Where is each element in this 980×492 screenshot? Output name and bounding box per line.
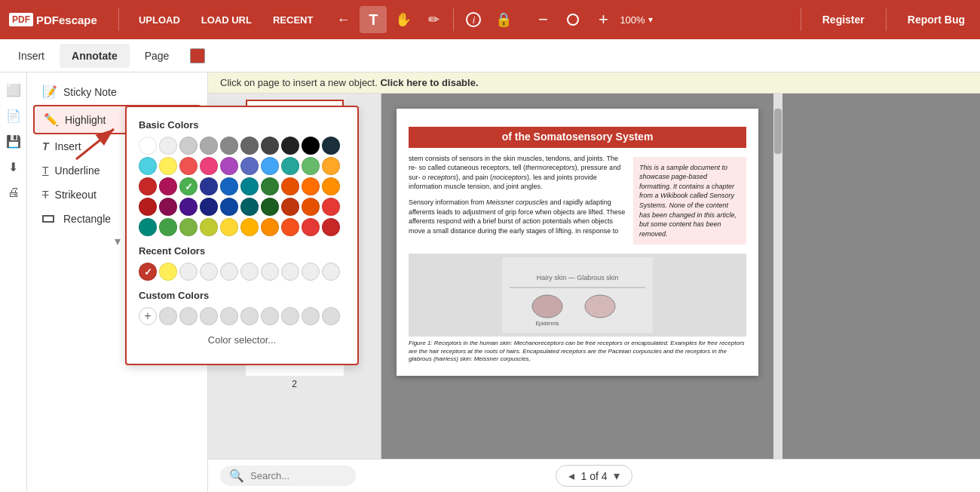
report-bug-btn[interactable]: Report Bug — [902, 14, 971, 26]
basic-color-47[interactable] — [281, 218, 299, 236]
basic-color-7[interactable] — [281, 137, 299, 155]
basic-color-43[interactable] — [200, 218, 218, 236]
recent-color-7[interactable] — [281, 263, 299, 281]
recent-color-4[interactable] — [220, 263, 238, 281]
custom-slot-7[interactable] — [281, 307, 299, 325]
basic-color-20[interactable] — [139, 177, 157, 195]
recent-color-1[interactable] — [159, 263, 177, 281]
page-prev-btn[interactable]: ◂ — [568, 469, 574, 483]
basic-color-46[interactable] — [261, 218, 279, 236]
custom-slot-9[interactable] — [322, 307, 340, 325]
basic-color-11[interactable] — [159, 157, 177, 175]
recent-color-9[interactable] — [322, 263, 340, 281]
right-scrollbar[interactable] — [773, 94, 782, 492]
basic-color-21[interactable] — [159, 177, 177, 195]
zoom-in-btn[interactable]: + — [590, 6, 617, 33]
basic-color-6[interactable] — [261, 137, 279, 155]
basic-color-25[interactable] — [240, 177, 259, 195]
custom-slot-2[interactable] — [179, 307, 198, 325]
recent-color-3[interactable] — [200, 263, 218, 281]
basic-color-8[interactable] — [302, 137, 320, 155]
basic-color-42[interactable] — [179, 218, 198, 236]
basic-color-23[interactable] — [200, 177, 218, 195]
hand-mode-btn[interactable]: ✋ — [390, 6, 417, 33]
basic-color-41[interactable] — [159, 218, 177, 236]
color-selector-btn[interactable]: Color selector... — [139, 328, 345, 352]
basic-color-35[interactable] — [240, 198, 259, 216]
pdf-pages-container[interactable]: of the Somatosensory System stem consist… — [381, 94, 773, 435]
tab-insert[interactable]: Insert — [6, 44, 57, 68]
basic-color-15[interactable] — [240, 157, 259, 175]
page-panel-btn[interactable]: 📄 — [2, 104, 25, 127]
basic-color-24[interactable] — [220, 177, 238, 195]
basic-color-2[interactable] — [179, 137, 198, 155]
save-btn[interactable]: 💾 — [2, 130, 25, 152]
tab-annotate[interactable]: Annotate — [60, 44, 130, 68]
basic-color-48[interactable] — [302, 218, 320, 236]
panel-toggle-btn[interactable]: ⬜ — [2, 78, 25, 101]
basic-color-18[interactable] — [302, 157, 320, 175]
basic-color-9[interactable] — [322, 137, 340, 155]
recent-color-8[interactable] — [302, 263, 320, 281]
basic-color-4[interactable] — [220, 137, 238, 155]
basic-color-17[interactable] — [281, 157, 299, 175]
custom-slot-4[interactable] — [220, 307, 238, 325]
basic-color-32[interactable] — [179, 198, 198, 216]
search-input[interactable] — [250, 470, 347, 481]
recent-color-5[interactable] — [240, 263, 259, 281]
basic-color-16[interactable] — [261, 157, 279, 175]
tab-page[interactable]: Page — [133, 44, 182, 68]
recent-btn[interactable]: RECENT — [268, 11, 317, 29]
basic-color-22[interactable] — [179, 177, 198, 195]
custom-slot-8[interactable] — [302, 307, 320, 325]
draw-mode-btn[interactable]: ✏ — [420, 6, 447, 33]
basic-color-30[interactable] — [139, 198, 157, 216]
basic-color-44[interactable] — [220, 218, 238, 236]
basic-color-1[interactable] — [159, 137, 177, 155]
basic-color-13[interactable] — [200, 157, 218, 175]
custom-slot-6[interactable] — [261, 307, 279, 325]
disable-link[interactable]: Click here to disable. — [380, 77, 478, 88]
basic-color-34[interactable] — [220, 198, 238, 216]
basic-color-39[interactable] — [322, 198, 340, 216]
basic-color-27[interactable] — [281, 177, 299, 195]
basic-color-33[interactable] — [200, 198, 218, 216]
scrollbar-thumb[interactable] — [774, 109, 782, 154]
zoom-dropdown-arrow[interactable]: ▾ — [648, 14, 653, 25]
basic-color-37[interactable] — [281, 198, 299, 216]
basic-color-26[interactable] — [261, 177, 279, 195]
basic-color-29[interactable] — [322, 177, 340, 195]
custom-slot-5[interactable] — [240, 307, 259, 325]
basic-color-10[interactable] — [139, 157, 157, 175]
basic-color-5[interactable] — [240, 137, 259, 155]
basic-color-0[interactable] — [139, 137, 157, 155]
basic-color-12[interactable] — [179, 157, 198, 175]
download-btn[interactable]: ⬇ — [2, 155, 25, 178]
register-btn[interactable]: Register — [816, 14, 871, 26]
basic-color-40[interactable] — [139, 218, 157, 236]
basic-color-38[interactable] — [302, 198, 320, 216]
back-btn[interactable]: ← — [329, 6, 357, 33]
info-btn[interactable]: i — [460, 6, 487, 33]
annotate-sticky-note[interactable]: 📝 Sticky Note — [33, 78, 201, 105]
basic-color-28[interactable] — [302, 177, 320, 195]
active-color-swatch[interactable] — [190, 48, 205, 63]
zoom-fit-btn[interactable] — [559, 6, 586, 33]
upload-btn[interactable]: UPLOAD — [134, 11, 185, 29]
page-next-btn[interactable]: ▾ — [614, 469, 620, 483]
zoom-out-btn[interactable]: − — [529, 6, 556, 33]
basic-color-31[interactable] — [159, 198, 177, 216]
basic-color-14[interactable] — [220, 157, 238, 175]
add-custom-color-btn[interactable]: + — [139, 307, 157, 325]
basic-color-45[interactable] — [240, 218, 259, 236]
basic-color-3[interactable] — [200, 137, 218, 155]
lock-btn[interactable]: 🔒 — [490, 6, 517, 33]
basic-color-19[interactable] — [322, 157, 340, 175]
recent-color-6[interactable] — [261, 263, 279, 281]
print-btn[interactable]: 🖨 — [2, 181, 25, 204]
text-mode-btn[interactable]: T — [360, 6, 387, 33]
basic-color-49[interactable] — [322, 218, 340, 236]
basic-color-36[interactable] — [261, 198, 279, 216]
recent-color-0[interactable] — [139, 263, 157, 281]
recent-color-2[interactable] — [179, 263, 198, 281]
